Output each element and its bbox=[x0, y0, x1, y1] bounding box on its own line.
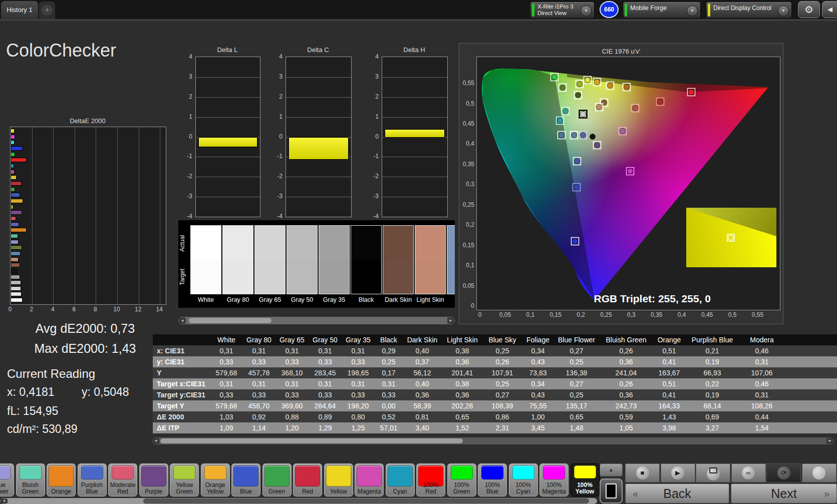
table-cell: 0,69 bbox=[685, 411, 739, 422]
scroll-thumb[interactable] bbox=[143, 498, 589, 503]
table-cell: 0,43 bbox=[522, 356, 554, 367]
chevron-down-icon[interactable]: ▼ bbox=[778, 6, 789, 17]
x-tick-label: 10 bbox=[113, 306, 120, 313]
de-bar-blue bbox=[11, 193, 20, 197]
pattern-tile-moderate-red[interactable]: ModerateRed bbox=[108, 463, 137, 496]
pattern-button[interactable] bbox=[696, 463, 730, 482]
patch-target-swatch bbox=[319, 260, 349, 294]
pattern-tile-cyan[interactable]: Cyan bbox=[386, 463, 415, 496]
pattern-source-dropdown[interactable]: Mobile Forge ▼ bbox=[623, 2, 701, 19]
column-header-gray-35: Gray 35 bbox=[342, 334, 375, 345]
scroll-left-arrow[interactable]: ◄ bbox=[152, 438, 159, 444]
cie-x-tick-label: 0,55 bbox=[752, 311, 763, 318]
table-cell: 0,33 bbox=[342, 389, 375, 400]
pattern-tile-blue-flower[interactable]: BlueFlower bbox=[0, 463, 14, 496]
pattern-tile-100-red[interactable]: 100% Red bbox=[416, 463, 445, 496]
cie-measured-dot bbox=[559, 133, 565, 138]
patch-target-swatch bbox=[223, 260, 253, 294]
patch-strip-scrollbar[interactable]: ◄ ► bbox=[178, 317, 455, 324]
settings-button[interactable]: ⚙ bbox=[798, 1, 820, 18]
de-bar-100-yellow bbox=[11, 129, 15, 133]
cie-x-tick-label: 0,2 bbox=[577, 311, 585, 318]
table-cell: 0,31 bbox=[275, 345, 309, 356]
table-cell: 242,73 bbox=[599, 400, 653, 411]
table-scrollbar[interactable]: ◄ ► bbox=[152, 437, 834, 444]
table-cell: 1,52 bbox=[442, 422, 483, 433]
patch-target-swatch bbox=[255, 260, 285, 294]
back-button[interactable]: « Back bbox=[625, 483, 729, 503]
column-header-dark-skin: Dark Skin bbox=[403, 334, 442, 345]
cie-measured-dot bbox=[689, 90, 694, 95]
infinity-button[interactable]: ∞ bbox=[731, 463, 766, 482]
indicator-button[interactable] bbox=[802, 463, 836, 482]
pattern-tile-orange[interactable]: Orange bbox=[47, 463, 76, 496]
pattern-window-button[interactable] bbox=[600, 478, 623, 503]
pattern-tile-yellow-green[interactable]: YellowGreen bbox=[170, 463, 199, 496]
stop-button[interactable]: ■ bbox=[625, 463, 660, 482]
tile-swatch bbox=[20, 465, 42, 479]
display-control-dropdown[interactable]: Direct Display Control ▼ bbox=[706, 2, 792, 19]
chevron-down-icon[interactable]: ▼ bbox=[581, 6, 592, 17]
tile-label: Magenta bbox=[355, 488, 383, 495]
de-bar-gray-35 bbox=[11, 275, 20, 279]
column-header-filler bbox=[784, 334, 837, 345]
table-cell: 0,31 bbox=[342, 345, 375, 356]
pattern-tile-yellow[interactable]: Yellow bbox=[324, 463, 353, 496]
pattern-tile-100--magenta[interactable]: 100%Magenta bbox=[539, 463, 569, 496]
collapse-panel-button[interactable]: ◀ bbox=[822, 1, 837, 18]
new-tab-button[interactable]: + bbox=[39, 2, 55, 19]
cie-y-tick-label: 0,05 bbox=[459, 282, 474, 289]
y-tick-label: 4 bbox=[182, 53, 192, 60]
pattern-tile-red[interactable]: Red bbox=[293, 463, 322, 496]
play-button[interactable]: ▶ bbox=[661, 463, 695, 482]
pattern-tile-blue[interactable]: Blue bbox=[231, 463, 260, 496]
table-cell: 0,37 bbox=[403, 356, 442, 367]
scroll-right-arrow[interactable]: ► bbox=[447, 317, 454, 324]
chevron-down-icon[interactable]: ▼ bbox=[687, 6, 698, 17]
meter-dropdown[interactable]: X-Rite i1Pro 3Direct View ▼ bbox=[530, 2, 595, 19]
next-button[interactable]: Next » bbox=[731, 483, 837, 503]
scroll-right-arrow[interactable]: ► bbox=[826, 438, 833, 444]
patch-actual-swatch bbox=[255, 226, 285, 260]
pattern-tile-bluish-green[interactable]: BluishGreen bbox=[16, 463, 45, 496]
reading-y: y: 0,5048 bbox=[82, 385, 129, 399]
patch-comparison-strip: Actual Target WhiteGray 80Gray 65Gray 50… bbox=[178, 220, 455, 308]
de-bar-gray-80 bbox=[11, 292, 22, 296]
pattern-tile-green[interactable]: Green bbox=[262, 463, 292, 496]
pattern-tile-100--yellow[interactable]: 100%Yellow bbox=[571, 463, 600, 496]
de2000-chart bbox=[10, 127, 166, 305]
pattern-tile-100--cyan[interactable]: 100%Cyan bbox=[509, 463, 538, 496]
tile-label: YellowGreen bbox=[170, 482, 198, 495]
pattern-tile-purple[interactable]: Purple bbox=[139, 463, 168, 496]
pattern-tile-magenta[interactable]: Magenta bbox=[355, 463, 384, 496]
cie-y-tick-label: 0,45 bbox=[459, 120, 474, 127]
pattern-tile-100--blue[interactable]: 100%Blue bbox=[478, 463, 507, 496]
scroll-left-arrow[interactable]: ◄ bbox=[1, 498, 8, 503]
measurement-table: WhiteGray 80Gray 65Gray 50Gray 35BlackDa… bbox=[153, 334, 837, 433]
pattern-tile-purplish-blue[interactable]: PurplishBlue bbox=[78, 463, 107, 496]
de-bar-100-red bbox=[11, 158, 27, 162]
gear-icon: ⚙ bbox=[804, 4, 813, 15]
tab-history-1[interactable]: History 1 bbox=[1, 1, 38, 19]
table-cell: 0,80 bbox=[342, 411, 375, 422]
loop-button[interactable]: ⟳ bbox=[766, 463, 801, 482]
delta-chart-delta-c bbox=[286, 57, 352, 217]
luminance-badge[interactable]: 660 bbox=[600, 1, 619, 18]
table-row: x: CIE310,310,310,310,310,310,290,400,38… bbox=[153, 345, 837, 356]
scroll-thumb[interactable] bbox=[160, 438, 463, 444]
strip-up-button[interactable]: ▲ bbox=[600, 463, 623, 476]
scroll-left-arrow[interactable]: ◄ bbox=[179, 317, 186, 324]
table-cell: 0,34 bbox=[522, 345, 554, 356]
pattern-tile-100--green[interactable]: 100%Green bbox=[447, 463, 476, 496]
tile-strip-scrollbar[interactable]: ◄ bbox=[0, 498, 597, 504]
y-tick-label: 4 bbox=[272, 53, 283, 60]
table-cell: 0,33 bbox=[342, 356, 375, 367]
pattern-source-label: Mobile Forge bbox=[630, 5, 667, 12]
pattern-tile-orange-yellow[interactable]: OrangeYellow bbox=[201, 463, 230, 496]
cie-x-tick-label: 0,25 bbox=[600, 311, 612, 318]
cie-x-tick-label: 0,5 bbox=[728, 311, 737, 318]
scroll-thumb[interactable] bbox=[188, 317, 272, 324]
patch-target-swatch bbox=[351, 260, 381, 294]
gridline-horizontal bbox=[286, 77, 351, 78]
table-cell: 0,27 bbox=[554, 345, 599, 356]
